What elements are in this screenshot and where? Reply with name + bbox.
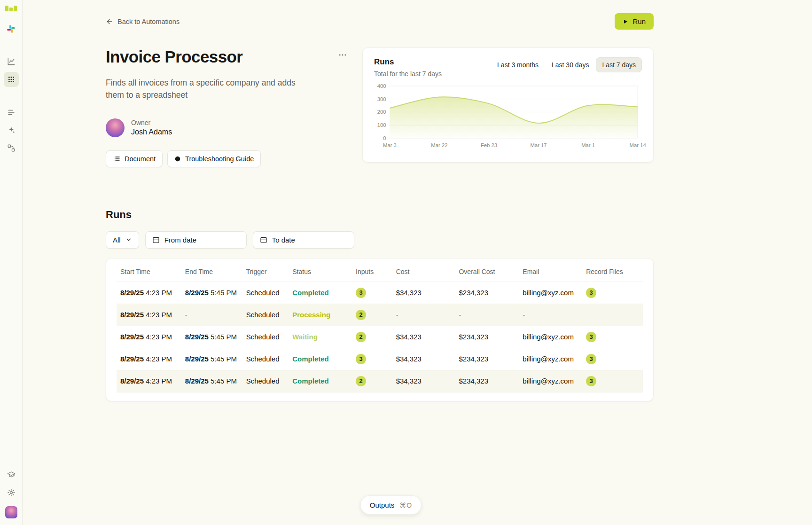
sidebar: [0, 0, 23, 525]
cell-email: billing@xyz.com: [519, 370, 582, 392]
sidebar-item-assistant[interactable]: [4, 123, 19, 138]
title-row: Invoice Processor: [106, 47, 350, 66]
runs-table-card: Start TimeEnd TimeTriggerStatusInputsCos…: [106, 258, 654, 401]
svg-text:Feb 23: Feb 23: [481, 142, 497, 148]
cell-cost: $34,323: [392, 348, 455, 370]
grid-icon: [7, 75, 16, 84]
back-link[interactable]: Back to Automations: [106, 18, 180, 25]
table-row[interactable]: 8/29/25 4:23 PM8/29/25 5:45 PMScheduledC…: [117, 282, 643, 304]
cell-cost: $34,323: [392, 370, 455, 392]
cell-overall-cost: $234,323: [455, 370, 519, 392]
cell-email: billing@xyz.com: [519, 348, 582, 370]
main-content: Back to Automations Run Invoice Processo…: [23, 0, 812, 525]
date-range-toggle: Last 3 monthsLast 30 daysLast 7 days: [491, 57, 642, 72]
sidebar-item-apps[interactable]: [4, 72, 19, 87]
troubleshooting-guide-button[interactable]: Troubleshooting Guide: [167, 150, 261, 167]
outputs-button[interactable]: Outputs ⌘O: [360, 495, 422, 515]
sidebar-item-analytics[interactable]: [4, 54, 19, 69]
table-row[interactable]: 8/29/25 4:23 PM8/29/25 5:45 PMScheduledC…: [117, 370, 643, 392]
sparkles-icon: [7, 126, 16, 134]
cell-record-files: 3: [582, 348, 643, 370]
cell-trigger: Scheduled: [242, 282, 289, 304]
graduation-cap-icon: [7, 470, 16, 479]
status-text: Completed: [292, 377, 329, 385]
automation-hero: Invoice Processor Finds all invoices fro…: [106, 47, 654, 167]
more-options-button[interactable]: [335, 47, 350, 63]
run-button[interactable]: Run: [615, 13, 654, 30]
inputs-badge: 2: [356, 332, 366, 342]
document-button[interactable]: Document: [106, 150, 163, 167]
range-button[interactable]: Last 30 days: [546, 57, 595, 72]
workflow-nodes-icon: [7, 144, 16, 152]
chart-title: Runs: [374, 57, 442, 67]
ordered-list-icon: [113, 155, 120, 163]
column-header: Cost: [392, 260, 455, 282]
cell-trigger: Scheduled: [242, 326, 289, 348]
calendar-icon: [152, 236, 160, 243]
sidebar-item-settings[interactable]: [4, 485, 19, 500]
user-avatar[interactable]: [5, 506, 17, 518]
topbar: Back to Automations Run: [106, 13, 654, 30]
runs-section: Runs All From date To date: [106, 209, 654, 401]
owner-label: Owner: [131, 119, 172, 126]
table-row[interactable]: 8/29/25 4:23 PM8/29/25 5:45 PMScheduledC…: [117, 348, 643, 370]
sidebar-item-slack[interactable]: [4, 21, 19, 36]
column-header: Email: [519, 260, 582, 282]
cell-trigger: Scheduled: [242, 370, 289, 392]
outputs-shortcut: ⌘O: [399, 501, 412, 509]
range-button[interactable]: Last 3 months: [491, 57, 545, 72]
cell-email: -: [519, 304, 582, 326]
svg-text:300: 300: [377, 96, 386, 102]
owner-info: Owner Josh Adams: [131, 119, 172, 136]
svg-text:400: 400: [377, 83, 386, 89]
column-header: End Time: [181, 260, 242, 282]
to-date-placeholder: To date: [272, 236, 295, 244]
cell-end-time: -: [181, 304, 242, 326]
outputs-button-label: Outputs: [370, 501, 395, 509]
app-logo-icon: [5, 5, 17, 12]
inputs-badge: 2: [356, 376, 366, 386]
status-text: Waiting: [292, 333, 318, 341]
column-header: Record Files: [582, 260, 643, 282]
cell-record-files: 3: [582, 326, 643, 348]
runs-section-title: Runs: [106, 209, 654, 221]
column-header: Trigger: [242, 260, 289, 282]
svg-text:Mar 14: Mar 14: [630, 142, 646, 148]
cell-status: Waiting: [289, 326, 352, 348]
cell-record-files: [582, 304, 643, 326]
to-date-input[interactable]: To date: [253, 231, 354, 249]
cell-trigger: Scheduled: [242, 348, 289, 370]
play-icon: [623, 19, 628, 24]
doc-buttons: Document Troubleshooting Guide: [106, 150, 350, 167]
cell-cost: -: [392, 304, 455, 326]
table-row[interactable]: 8/29/25 4:23 PM8/29/25 5:45 PMScheduledW…: [117, 326, 643, 348]
svg-text:0: 0: [383, 135, 386, 141]
sidebar-item-workflows[interactable]: [4, 141, 19, 156]
status-filter-label: All: [113, 236, 121, 244]
automation-description: Finds all invoices from a specific compa…: [106, 77, 303, 102]
column-header: Inputs: [352, 260, 392, 282]
range-button[interactable]: Last 7 days: [596, 57, 642, 72]
from-date-input[interactable]: From date: [145, 231, 247, 249]
runs-filters: All From date To date: [106, 231, 654, 249]
cell-end-time: 8/29/25 5:45 PM: [181, 326, 242, 348]
run-button-label: Run: [632, 17, 646, 25]
table-row[interactable]: 8/29/25 4:23 PM-ScheduledProcessing2---: [117, 304, 643, 326]
svg-text:Mar 22: Mar 22: [431, 142, 447, 148]
cell-cost: $34,323: [392, 282, 455, 304]
cell-overall-cost: $234,323: [455, 326, 519, 348]
sidebar-item-logs[interactable]: [4, 105, 19, 120]
cell-cost: $34,323: [392, 326, 455, 348]
owner-row: Owner Josh Adams: [106, 118, 350, 137]
back-link-label: Back to Automations: [117, 18, 180, 25]
cell-end-time: 8/29/25 5:45 PM: [181, 348, 242, 370]
runs-table-body: 8/29/25 4:23 PM8/29/25 5:45 PMScheduledC…: [117, 282, 643, 392]
sidebar-item-learn[interactable]: [4, 467, 19, 482]
column-header: Start Time: [117, 260, 181, 282]
app-logo[interactable]: [5, 5, 17, 12]
slack-icon: [7, 24, 16, 33]
status-filter-dropdown[interactable]: All: [106, 231, 139, 249]
record-files-badge: 3: [586, 288, 596, 298]
inputs-badge: 2: [356, 310, 366, 320]
svg-text:Mar 1: Mar 1: [581, 142, 595, 148]
